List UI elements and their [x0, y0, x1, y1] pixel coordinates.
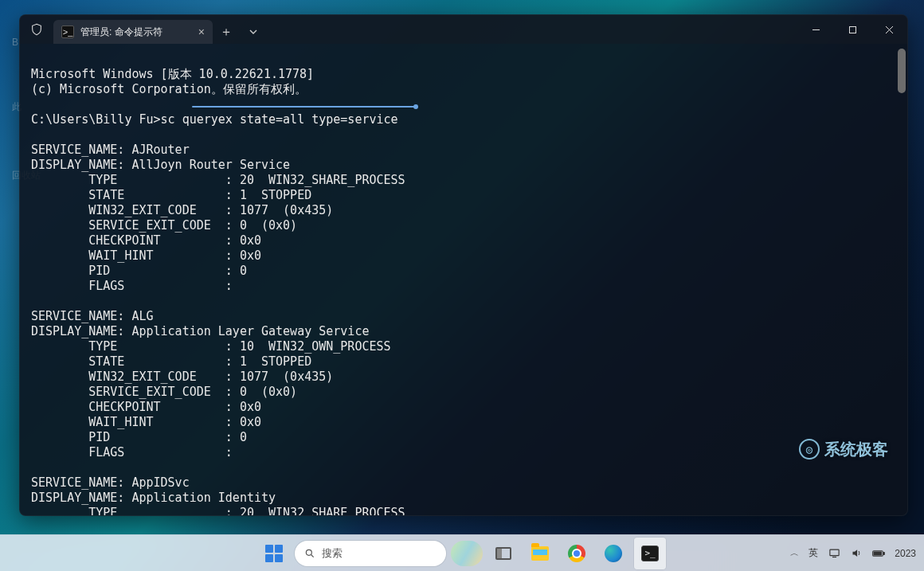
service-display: Application Identity [131, 491, 276, 505]
shield-icon[interactable] [20, 15, 53, 44]
close-button[interactable] [871, 15, 907, 44]
service-field: 1 STOPPED [240, 188, 311, 202]
battery-icon[interactable] [872, 547, 885, 560]
service-field: 20 WIN32_SHARE_PROCESS [240, 506, 405, 515]
annotation-underline [192, 106, 417, 108]
desktop-label: B [12, 37, 18, 48]
svg-line-5 [311, 554, 314, 557]
start-button[interactable] [258, 538, 290, 569]
tab-close-button[interactable]: × [198, 26, 205, 37]
file-explorer-button[interactable] [524, 538, 556, 569]
scrollbar[interactable] [898, 49, 906, 510]
service-name: AppIDSvc [131, 475, 189, 490]
folder-icon [531, 546, 549, 561]
tab-cmd[interactable]: >_ 管理员: 命令提示符 × [53, 20, 213, 44]
taskbar-search[interactable]: 搜索 [295, 541, 446, 566]
tray-overflow-button[interactable]: ︿ [790, 547, 799, 559]
chrome-icon [568, 545, 585, 562]
search-icon [304, 548, 315, 559]
service-field: 1077 (0x435) [240, 203, 333, 217]
taskbar-clock[interactable]: 2023 [895, 548, 916, 559]
terminal-taskbar-button[interactable]: >_ [634, 538, 666, 569]
task-view-button[interactable] [487, 538, 519, 569]
service-field: 0x0 [240, 233, 261, 248]
svg-rect-1 [849, 26, 855, 33]
service-field: 10 WIN32_OWN_PROCESS [240, 339, 391, 354]
service-field: 1077 (0x435) [240, 370, 333, 384]
terminal-icon: >_ [641, 546, 659, 561]
banner-line: Microsoft Windows [版本 10.0.22621.1778] [31, 67, 314, 81]
service-field: 1 STOPPED [240, 354, 311, 369]
task-view-icon [495, 547, 511, 560]
svg-rect-6 [830, 549, 839, 556]
prompt: C:\Users\Billy Fu> [31, 112, 161, 127]
watermark-logo-icon: ◎ [799, 439, 820, 460]
network-icon[interactable] [828, 547, 840, 560]
tab-title: 管理员: 命令提示符 [80, 25, 162, 39]
edge-button[interactable] [597, 538, 629, 569]
taskbar: 搜索 >_ ︿ 英 2023 [0, 534, 924, 571]
console-output[interactable]: Microsoft Windows [版本 10.0.22621.1778] (… [20, 44, 907, 515]
tab-dropdown-button[interactable] [240, 20, 267, 44]
service-name: AJRouter [131, 143, 189, 157]
service-field: 20 WIN32_SHARE_PROCESS [240, 173, 405, 187]
search-placeholder: 搜索 [322, 546, 343, 561]
edge-icon [605, 545, 622, 562]
scrollbar-thumb[interactable] [898, 49, 906, 93]
chrome-button[interactable] [561, 538, 593, 569]
service-display: AllJoyn Router Service [131, 158, 290, 172]
service-display: Application Layer Gateway Service [131, 324, 369, 338]
svg-rect-9 [883, 552, 884, 554]
minimize-button[interactable] [797, 15, 834, 44]
windows-logo-icon [265, 545, 283, 562]
terminal-window: >_ 管理员: 命令提示符 × ＋ Microsoft Windows [版本 … [19, 14, 908, 516]
new-tab-button[interactable]: ＋ [213, 20, 240, 44]
svg-point-4 [306, 549, 311, 555]
svg-rect-10 [874, 552, 881, 555]
cmd-icon: >_ [61, 25, 74, 38]
ime-indicator[interactable]: 英 [808, 546, 818, 560]
service-field: 0 (0x0) [240, 385, 297, 399]
command-text: sc queryex state=all type=service [161, 112, 398, 127]
volume-icon[interactable] [850, 547, 863, 560]
service-name: ALG [131, 309, 153, 323]
widgets-button[interactable] [451, 538, 483, 569]
service-field: 0 [240, 430, 247, 444]
service-field: 0x0 [240, 400, 261, 414]
banner-line: (c) Microsoft Corporation。保留所有权利。 [31, 82, 307, 96]
service-field: 0 [240, 264, 247, 278]
service-field: 0x0 [240, 248, 261, 263]
service-field: 0 (0x0) [240, 218, 297, 233]
maximize-button[interactable] [834, 15, 871, 44]
watermark: ◎ 系统极客 [799, 439, 888, 460]
service-field: 0x0 [240, 415, 261, 429]
watermark-text: 系统极客 [824, 442, 888, 457]
titlebar[interactable]: >_ 管理员: 命令提示符 × ＋ [20, 15, 907, 44]
widgets-icon [451, 541, 483, 566]
